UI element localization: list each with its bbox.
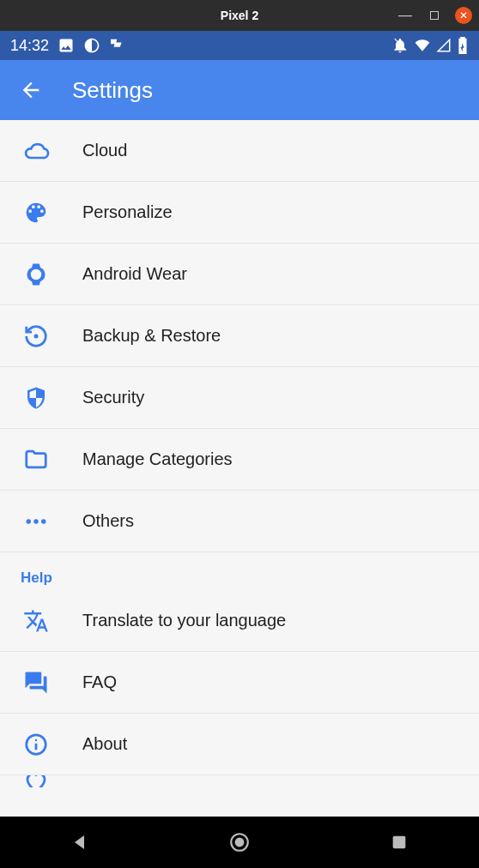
shield-icon bbox=[21, 383, 52, 413]
settings-item-others[interactable]: Others bbox=[0, 491, 479, 552]
window-maximize-button[interactable] bbox=[426, 7, 443, 24]
app-bar: Settings bbox=[0, 60, 479, 120]
settings-item-personalize[interactable]: Personalize bbox=[0, 182, 479, 244]
help-item-translate[interactable]: Translate to your language bbox=[0, 590, 479, 652]
help-item-about[interactable]: About bbox=[0, 714, 479, 775]
settings-item-label: Cloud bbox=[82, 141, 127, 160]
settings-item-label: Backup & Restore bbox=[82, 326, 221, 346]
palette-icon bbox=[21, 197, 52, 228]
nav-home-button[interactable] bbox=[227, 830, 252, 854]
svg-point-2 bbox=[33, 519, 39, 524]
navigation-bar bbox=[0, 817, 479, 868]
settings-item-android-wear[interactable]: Android Wear bbox=[0, 244, 479, 305]
chat-icon bbox=[21, 667, 52, 698]
device-frame: 14:32 bbox=[0, 31, 479, 868]
arrow-back-icon bbox=[19, 78, 43, 102]
window-title: Pixel 2 bbox=[221, 9, 258, 22]
window-close-button[interactable]: ✕ bbox=[455, 7, 472, 24]
contrast-icon bbox=[83, 37, 100, 54]
svg-point-8 bbox=[235, 838, 245, 847]
settings-item-label: Others bbox=[82, 511, 134, 531]
settings-item-label: Android Wear bbox=[82, 264, 187, 284]
image-icon bbox=[58, 37, 75, 54]
svg-point-6 bbox=[35, 738, 38, 741]
settings-item-label: Personalize bbox=[82, 202, 173, 222]
svg-point-0 bbox=[34, 334, 39, 338]
status-bar: 14:32 bbox=[0, 31, 479, 60]
window-controls: — ✕ bbox=[397, 7, 472, 24]
info-icon bbox=[21, 729, 52, 760]
watch-icon bbox=[21, 259, 52, 290]
settings-item-cloud[interactable]: Cloud bbox=[0, 120, 479, 182]
help-item-label: FAQ bbox=[82, 672, 117, 692]
dnd-icon bbox=[391, 37, 409, 54]
settings-item-label: Security bbox=[82, 388, 144, 407]
status-clock: 14:32 bbox=[10, 37, 49, 55]
translate-icon bbox=[21, 606, 52, 636]
settings-item-security[interactable]: Security bbox=[0, 367, 479, 429]
page-title: Settings bbox=[72, 77, 153, 104]
heart-icon bbox=[21, 775, 52, 787]
help-item-label: Translate to your language bbox=[82, 611, 286, 630]
signal-icon bbox=[436, 38, 452, 53]
wifi-icon bbox=[414, 38, 431, 53]
section-header-help: Help bbox=[0, 552, 479, 590]
settings-item-backup-restore[interactable]: Backup & Restore bbox=[0, 305, 479, 367]
cloud-icon bbox=[21, 136, 52, 166]
settings-item-manage-categories[interactable]: Manage Categories bbox=[0, 429, 479, 491]
nav-back-button[interactable] bbox=[68, 830, 92, 854]
restore-icon bbox=[21, 321, 52, 352]
flag-icon bbox=[109, 38, 128, 53]
list-item-peek[interactable] bbox=[0, 775, 479, 787]
battery-icon bbox=[457, 37, 469, 54]
help-item-label: About bbox=[82, 734, 127, 754]
help-item-faq[interactable]: FAQ bbox=[0, 652, 479, 714]
settings-item-label: Manage Categories bbox=[82, 449, 233, 469]
window-minimize-button[interactable]: — bbox=[397, 7, 414, 24]
svg-point-3 bbox=[41, 519, 46, 524]
nav-recents-button[interactable] bbox=[387, 830, 411, 854]
svg-rect-9 bbox=[393, 836, 406, 849]
settings-list: Cloud Personalize Android Wear Backup & … bbox=[0, 120, 479, 817]
window-titlebar: Pixel 2 — ✕ bbox=[0, 0, 479, 31]
dots-horizontal-icon bbox=[21, 506, 52, 537]
svg-point-1 bbox=[27, 519, 32, 524]
folder-icon bbox=[21, 444, 52, 475]
back-button[interactable] bbox=[14, 73, 48, 107]
